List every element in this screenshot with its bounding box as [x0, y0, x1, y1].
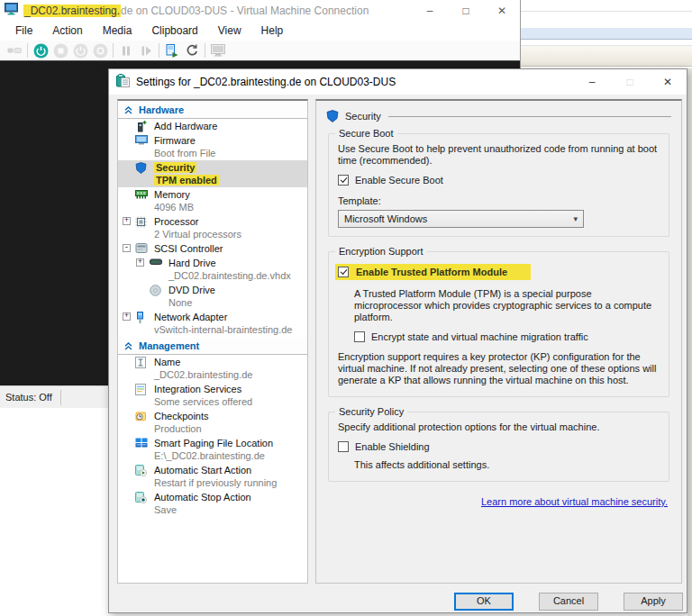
sidebar-item-smart-paging-file-location[interactable]: Smart Paging File LocationE:\_DC02.brain…	[118, 436, 307, 463]
toolbar-separator	[159, 43, 159, 58]
close-button[interactable]: ✕	[484, 0, 520, 22]
sidebar-item-automatic-start-action[interactable]: Automatic Start ActionRestart if previou…	[118, 463, 307, 490]
secure-boot-group: Secure Boot Use Secure Boot to help prev…	[328, 133, 669, 237]
sidebar-item-firmware[interactable]: FirmwareBoot from File	[118, 133, 307, 160]
settings-sidebar-tree: HardwareAdd HardwareFirmwareBoot from Fi…	[117, 99, 308, 584]
tpm-description: A Trusted Platform Module (TPM) is a spe…	[354, 288, 660, 323]
maximize-button[interactable]: □	[448, 0, 484, 22]
settings-dialog-titlebar: Settings for _DC02.braintesting.de on CL…	[109, 69, 687, 95]
chevron-double-up-icon	[124, 106, 132, 114]
cancel-button[interactable]: Cancel	[539, 593, 598, 611]
sidebar-section-hardware[interactable]: Hardware	[118, 101, 307, 119]
tree-expand-toggle[interactable]: +	[123, 217, 131, 225]
vm-monitor-icon	[5, 3, 18, 19]
menu-file[interactable]: File	[5, 23, 42, 40]
chevron-double-up-icon	[124, 342, 132, 350]
minimize-button[interactable]: –	[412, 0, 448, 22]
tree-item-label: Integration Services	[154, 384, 307, 395]
sidebar-item-scsi-controller[interactable]: -SCSI Controller	[118, 241, 307, 256]
enable-shielding-checkbox[interactable]	[338, 441, 349, 452]
tree-item-label: Automatic Start Action	[154, 465, 307, 476]
scsi-controller-icon	[135, 243, 149, 253]
template-dropdown[interactable]: Microsoft Windows ▾	[338, 210, 584, 228]
checkbox-label: Enable Secure Boot	[355, 175, 443, 186]
security-policy-group: Security Policy Specify additional prote…	[328, 412, 669, 482]
tree-item-label: SCSI Controller	[154, 243, 307, 255]
tree-item-label: Memory	[154, 189, 307, 201]
tree-expand-toggle[interactable]: +	[123, 313, 131, 321]
menu-view[interactable]: View	[208, 23, 251, 40]
key-protector-description: Encryption support requires a key protec…	[338, 351, 660, 386]
tree-item-subtitle: _DC02.braintesting.de.vhdx	[168, 269, 307, 282]
sidebar-section-management[interactable]: Management	[118, 337, 307, 355]
sidebar-item-add-hardware[interactable]: Add Hardware	[118, 119, 307, 133]
settings-dialog-title: Settings for _DC02.braintesting.de on CL…	[136, 76, 396, 88]
sidebar-item-security[interactable]: SecurityTPM enabled	[118, 160, 307, 187]
encrypt-traffic-checkbox[interactable]	[354, 331, 365, 342]
background-window	[521, 0, 692, 68]
vm-toolbar	[0, 41, 520, 61]
menu-clipboard[interactable]: Clipboard	[141, 23, 207, 40]
tree-item-label: Smart Paging File Location	[154, 438, 307, 449]
memory-icon	[135, 189, 149, 199]
auto-stop-icon	[135, 492, 149, 503]
highlighted-tpm-option: Enable Trusted Platform Module	[335, 264, 531, 280]
tree-item-subtitle: 4096 MB	[154, 201, 307, 213]
checkbox-label: Enable Trusted Platform Module	[356, 267, 507, 277]
tree-item-label: Hard Drive	[168, 258, 307, 269]
tree-item-subtitle: Boot from File	[154, 147, 307, 159]
close-button[interactable]: ✕	[649, 69, 687, 95]
sidebar-item-automatic-stop-action[interactable]: Automatic Stop ActionSave	[118, 490, 307, 517]
menu-help[interactable]: Help	[251, 23, 294, 40]
network-adapter-icon	[135, 312, 149, 324]
sidebar-item-processor[interactable]: +Processor2 Virtual processors	[118, 214, 307, 241]
enable-tpm-checkbox[interactable]	[338, 267, 349, 277]
enhanced-session-icon	[208, 41, 228, 59]
revert-icon[interactable]	[182, 41, 202, 59]
tree-item-subtitle: E:\_DC02.braintesting.de	[154, 449, 307, 462]
tree-item-subtitle: TPM enabled	[154, 174, 307, 186]
background-window-edge	[687, 68, 692, 616]
minimize-button[interactable]: –	[573, 69, 611, 95]
secure-boot-description: Use Secure Boot to help prevent unauthor…	[338, 143, 660, 167]
checkbox-label: Encrypt state and virtual machine migrat…	[371, 331, 588, 342]
sidebar-item-checkpoints[interactable]: CheckpointsProduction	[118, 409, 307, 436]
group-label: Encryption Support	[335, 246, 427, 257]
menu-media[interactable]: Media	[93, 23, 142, 40]
vm-menubar: FileActionMediaClipboardViewHelp	[0, 22, 520, 41]
sidebar-item-integration-services[interactable]: Integration ServicesSome services offere…	[118, 382, 307, 409]
toolbar-separator	[205, 43, 205, 58]
sidebar-item-hard-drive[interactable]: +Hard Drive_DC02.braintesting.de.vhdx	[118, 256, 307, 283]
chevron-down-icon: ▾	[573, 214, 578, 223]
start-icon[interactable]	[31, 41, 50, 59]
tree-item-label: Firmware	[154, 135, 307, 147]
ok-button[interactable]: OK	[454, 593, 514, 611]
add-hardware-icon	[135, 121, 149, 132]
apply-button[interactable]: Apply	[624, 593, 683, 611]
toolbar-separator	[27, 43, 28, 58]
sidebar-item-dvd-drive[interactable]: DVD DriveNone	[118, 283, 307, 310]
settings-dialog: Settings for _DC02.braintesting.de on CL…	[108, 68, 687, 613]
menu-action[interactable]: Action	[42, 23, 92, 40]
sidebar-item-network-adapter[interactable]: +Network AdaptervSwitch-internal-brainte…	[118, 310, 307, 337]
tree-item-subtitle: Restart if previously running	[154, 476, 307, 489]
maximize-button: □	[611, 69, 649, 95]
enable-secure-boot-checkbox[interactable]	[338, 175, 349, 186]
name-icon	[135, 357, 149, 368]
template-label: Template:	[338, 195, 660, 206]
background-window-toolbar	[521, 46, 692, 67]
integration-services-icon	[135, 384, 149, 395]
security-shield-icon	[326, 110, 339, 122]
learn-more-link[interactable]: Learn more about virtual machine securit…	[481, 496, 668, 507]
divider	[521, 11, 692, 12]
tree-expand-toggle[interactable]: +	[136, 258, 144, 267]
template-selected-value: Microsoft Windows	[344, 213, 427, 224]
sidebar-item-name[interactable]: Name_DC02.braintesting.de	[118, 355, 307, 382]
policy-description: Specify additional protection options fo…	[338, 421, 660, 433]
firmware-icon	[135, 135, 149, 145]
checkpoint-icon[interactable]	[162, 41, 182, 59]
encryption-support-group: Encryption Support Enable Trusted Platfo…	[328, 251, 669, 397]
tree-expand-toggle[interactable]: -	[123, 244, 131, 252]
sidebar-item-memory[interactable]: Memory4096 MB	[118, 187, 307, 214]
tree-item-label: DVD Drive	[168, 285, 307, 296]
